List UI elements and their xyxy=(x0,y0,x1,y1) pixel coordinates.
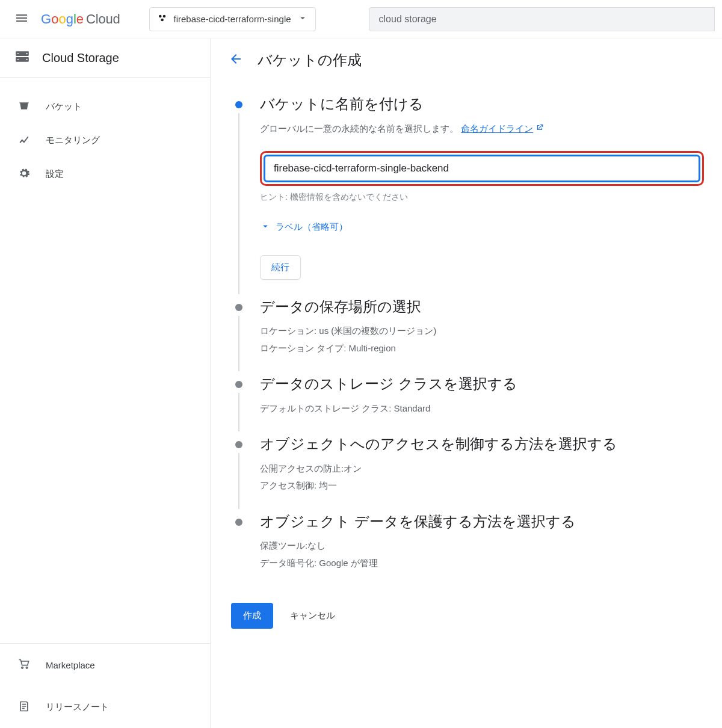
search-input[interactable] xyxy=(369,7,715,31)
step-summary-line: ロケーション タイプ: Multi-region xyxy=(260,340,704,357)
sidebar-nav: バケット モニタリング 設定 xyxy=(0,78,210,643)
step-access-control[interactable]: オブジェクトへのアクセスを制御する方法を選択する 公開アクセスの防止:オン アク… xyxy=(232,434,704,511)
svg-point-1 xyxy=(162,15,165,18)
step-storage-class[interactable]: データのストレージ クラスを選択する デフォルトのストレージ クラス: Stan… xyxy=(232,374,704,434)
footer-actions: 作成 キャンセル xyxy=(231,603,704,629)
step-summary-line: アクセス制御: 均一 xyxy=(260,477,704,495)
bucket-name-field-highlight xyxy=(260,151,704,186)
hamburger-icon xyxy=(14,11,29,28)
step-name-bucket[interactable]: バケットに名前を付ける グローバルに一意の永続的な名前を選択します。 命名ガイド… xyxy=(232,94,704,297)
external-link-icon xyxy=(535,120,544,137)
sidebar-item-label: モニタリング xyxy=(46,135,100,146)
step-summary-line: 保護ツール:なし xyxy=(260,537,704,555)
sidebar-item-buckets[interactable]: バケット xyxy=(0,90,210,123)
bucket-name-hint: ヒント: 機密情報を含めないでください xyxy=(260,192,704,203)
storage-icon xyxy=(14,49,30,67)
svg-point-2 xyxy=(161,19,164,22)
main-header: バケットの作成 xyxy=(229,51,704,70)
svg-rect-5 xyxy=(17,54,19,54)
top-header: Google Cloud firebase-cicd-terraform-sin… xyxy=(0,0,722,39)
sidebar-bottom: Marketplace リリースノート xyxy=(0,643,210,728)
gcp-logo[interactable]: Google Cloud xyxy=(41,11,120,27)
back-button[interactable] xyxy=(229,52,243,69)
step-summary-line: 公開アクセスの防止:オン xyxy=(260,460,704,478)
naming-guideline-link[interactable]: 命名ガイドライン xyxy=(461,120,544,137)
sidebar-item-settings[interactable]: 設定 xyxy=(0,157,210,191)
step-title: オブジェクト データを保護する方法を選択する xyxy=(260,511,704,532)
chevron-down-icon xyxy=(260,221,271,233)
arrow-left-icon xyxy=(229,58,243,68)
main-content: バケットの作成 バケットに名前を付ける グローバルに一意の永続的な名前を選択しま… xyxy=(211,39,722,728)
sidebar-item-label: リリースノート xyxy=(46,702,109,713)
labels-toggle[interactable]: ラベル（省略可） xyxy=(260,221,704,233)
sidebar-item-label: Marketplace xyxy=(46,660,95,670)
svg-rect-6 xyxy=(17,59,19,60)
sidebar-item-label: 設定 xyxy=(46,168,64,180)
continue-button[interactable]: 続行 xyxy=(260,255,301,280)
step-summary-line: デフォルトのストレージ クラス: Standard xyxy=(260,400,704,418)
svg-point-8 xyxy=(26,59,28,60)
step-title: バケットに名前を付ける xyxy=(260,94,704,114)
bucket-icon xyxy=(18,100,30,114)
step-title: データのストレージ クラスを選択する xyxy=(260,374,704,394)
step-location[interactable]: データの保存場所の選択 ロケーション: us (米国の複数のリージョン) ロケー… xyxy=(232,297,704,374)
project-name: firebase-cicd-terraform-single xyxy=(174,14,291,24)
cancel-button[interactable]: キャンセル xyxy=(290,610,335,622)
chevron-down-icon xyxy=(297,13,308,25)
svg-point-7 xyxy=(26,53,28,54)
sidebar-item-marketplace[interactable]: Marketplace xyxy=(0,644,210,686)
create-button[interactable]: 作成 xyxy=(231,603,273,629)
step-summary-line: データ暗号化: Google が管理 xyxy=(260,555,704,572)
sidebar-item-monitoring[interactable]: モニタリング xyxy=(0,123,210,157)
gear-icon xyxy=(18,167,30,181)
bucket-name-input[interactable] xyxy=(274,162,690,174)
step-description: グローバルに一意の永続的な名前を選択します。 命名ガイドライン xyxy=(260,120,704,137)
sidebar-item-release-notes[interactable]: リリースノート xyxy=(0,686,210,728)
sidebar: Cloud Storage バケット モニタリング 設定 Marketplace xyxy=(0,39,211,728)
sidebar-item-label: バケット xyxy=(46,101,82,113)
notes-icon xyxy=(18,700,30,714)
cart-icon xyxy=(18,658,30,672)
logo-google-word: Google xyxy=(41,11,84,27)
chart-icon xyxy=(18,134,30,147)
sidebar-title: Cloud Storage xyxy=(42,51,119,65)
step-title: データの保存場所の選択 xyxy=(260,297,704,317)
project-selector[interactable]: firebase-cicd-terraform-single xyxy=(149,7,316,31)
step-protection[interactable]: オブジェクト データを保護する方法を選択する 保護ツール:なし データ暗号化: … xyxy=(232,511,704,589)
page-title: バケットの作成 xyxy=(258,51,362,70)
step-summary-line: ロケーション: us (米国の複数のリージョン) xyxy=(260,322,704,340)
step-title: オブジェクトへのアクセスを制御する方法を選択する xyxy=(260,434,704,454)
menu-button[interactable] xyxy=(7,5,36,34)
logo-cloud-word: Cloud xyxy=(86,11,120,27)
svg-point-0 xyxy=(159,15,162,18)
sidebar-header: Cloud Storage xyxy=(0,39,210,78)
wizard-steps: バケットに名前を付ける グローバルに一意の永続的な名前を選択します。 命名ガイド… xyxy=(232,94,704,588)
project-icon xyxy=(157,13,168,25)
